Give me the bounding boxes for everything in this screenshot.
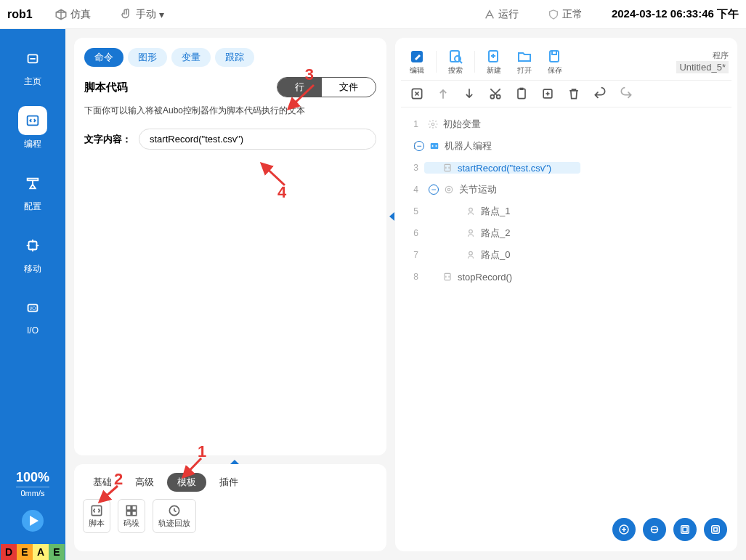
annotation-4: 4 [277, 183, 286, 202]
fab-4[interactable] [704, 518, 727, 541]
run-status[interactable]: 运行 [484, 8, 519, 21]
tab-variable[interactable]: 变量 [171, 48, 211, 67]
save-icon [546, 48, 564, 65]
fab-icon-3 [678, 523, 692, 536]
tree-row[interactable]: 4−关节运动 [404, 179, 729, 200]
fab-icon-1 [617, 523, 631, 536]
redo-icon[interactable] [619, 86, 633, 101]
svg-rect-14 [126, 511, 131, 516]
svg-text:I/O: I/O [30, 306, 36, 311]
rt-new[interactable]: 新建 [481, 46, 507, 77]
paste-icon[interactable] [540, 86, 555, 101]
toggle-file[interactable]: 文件 [322, 78, 376, 97]
svg-rect-27 [552, 51, 556, 54]
tab-command[interactable]: 命令 [84, 48, 123, 67]
bottab-template[interactable]: 模板 [167, 473, 206, 492]
play-icon [20, 508, 46, 534]
tree-label: 路点_0 [481, 248, 510, 261]
bottab-basic[interactable]: 基础 [83, 473, 122, 492]
fab-2[interactable] [643, 518, 666, 541]
program-tree: 1初始变量2−机器人编程3startRecord("test.csv")4−关节… [401, 107, 731, 293]
program-label: 程序 [676, 50, 729, 61]
copy-icon[interactable] [514, 86, 529, 101]
new-icon [485, 48, 503, 65]
sim-toggle[interactable]: 仿真 [54, 8, 91, 21]
search-icon [447, 48, 464, 65]
sim-icon [54, 8, 68, 21]
deae-status: DEAE [1, 544, 65, 560]
template-replay[interactable]: 轨迹回放 [153, 499, 196, 533]
delete-x-icon[interactable] [410, 86, 424, 101]
sidebar-move[interactable]: 移动 [18, 231, 47, 275]
script-title: 脚本代码 [84, 81, 277, 94]
svg-rect-50 [712, 526, 720, 534]
fab-icon-4 [709, 523, 722, 536]
svg-rect-13 [132, 506, 137, 510]
down-arrow-icon[interactable] [462, 86, 477, 101]
collapse-icon[interactable]: − [429, 184, 439, 195]
tree-label: 路点_2 [481, 227, 510, 240]
tree-row[interactable]: 8stopRecord() [404, 266, 729, 288]
tree-row[interactable]: 3startRecord("test.csv") [404, 157, 729, 179]
svg-rect-31 [518, 89, 525, 98]
script-input[interactable] [139, 129, 376, 150]
app-title: rob1 [7, 8, 33, 21]
left-collapse-icon[interactable] [389, 212, 394, 221]
bottab-advanced[interactable]: 高级 [125, 473, 164, 492]
svg-line-22 [460, 61, 462, 63]
sidebar-config[interactable]: 配置 [18, 169, 47, 213]
joint-icon [443, 184, 455, 195]
script-icon [442, 162, 453, 174]
line-number: 7 [404, 250, 418, 260]
tab-trace[interactable]: 跟踪 [215, 48, 254, 67]
tree-row[interactable]: 6路点_2 [404, 222, 729, 244]
undo-icon[interactable] [593, 86, 607, 101]
tree-row[interactable]: 7路点_0 [404, 244, 729, 266]
rt-search[interactable]: 搜索 [442, 46, 469, 77]
speed-display[interactable]: 100% 0mm/s [16, 470, 49, 498]
template-script[interactable]: 脚本 [83, 499, 110, 533]
svg-point-43 [469, 251, 473, 255]
sidebar-home[interactable]: 主页 [18, 44, 47, 88]
svg-point-42 [469, 230, 473, 233]
sidebar-io[interactable]: I/O I/O [18, 293, 47, 336]
script-icon [89, 503, 104, 518]
program-filename[interactable]: Untitled_5* [676, 61, 729, 73]
play-button[interactable] [20, 508, 46, 537]
tree-label: startRecord("test.csv") [458, 163, 551, 174]
svg-rect-49 [683, 527, 687, 532]
tree-row[interactable]: 5路点_1 [404, 200, 729, 222]
tab-graphic[interactable]: 图形 [128, 48, 167, 67]
trash-icon[interactable] [567, 86, 581, 101]
wp-icon [465, 249, 477, 261]
code-icon [25, 113, 41, 129]
fab-3[interactable] [673, 518, 697, 541]
up-arrow-icon[interactable] [436, 86, 450, 101]
manual-mode[interactable]: 手动 ▾ [120, 8, 164, 21]
bottab-plugin[interactable]: 插件 [209, 473, 248, 492]
svg-point-41 [469, 208, 473, 211]
io-icon: I/O [25, 300, 41, 316]
safety-status[interactable]: 正常 [548, 8, 583, 21]
rt-save[interactable]: 保存 [542, 46, 568, 77]
fab-icon-2 [648, 523, 661, 536]
rt-edit[interactable]: 编辑 [404, 46, 430, 77]
tree-label: 关节运动 [459, 183, 497, 196]
wp-icon [465, 206, 477, 217]
collapse-icon[interactable]: − [414, 141, 424, 151]
template-pallet[interactable]: 码垛 [118, 499, 145, 533]
toggle-line[interactable]: 行 [277, 78, 322, 97]
svg-line-10 [261, 163, 285, 185]
fab-1[interactable] [612, 518, 636, 541]
sidebar-program[interactable]: 编程 [18, 106, 47, 150]
hand-icon [120, 8, 133, 21]
panel-caret-icon [230, 460, 239, 464]
line-number: 3 [404, 163, 418, 173]
svg-rect-2 [28, 116, 38, 126]
cut-icon[interactable] [488, 86, 503, 101]
tree-row[interactable]: 1初始变量 [404, 113, 729, 135]
home-icon [25, 50, 41, 66]
tree-row[interactable]: 2−机器人编程 [404, 135, 729, 157]
rt-open[interactable]: 打开 [511, 46, 538, 77]
script-desc: 下面你可以输入将被Aubo控制器作为脚本代码执行的文本 [84, 105, 376, 117]
